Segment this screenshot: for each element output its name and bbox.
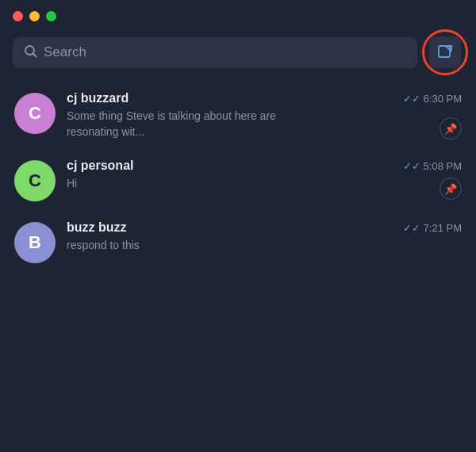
search-bar-row: Search — [0, 29, 476, 82]
pin-button[interactable]: 📌 — [440, 117, 462, 140]
search-input-wrapper[interactable]: Search — [13, 37, 417, 68]
compose-button-wrapper — [427, 34, 463, 71]
convo-content: cj buzzard ✓✓ 6:30 PM Some thing Steve i… — [67, 91, 462, 140]
convo-header: buzz buzz ✓✓ 7:21 PM — [67, 220, 462, 235]
convo-name: buzz buzz — [67, 220, 127, 235]
convo-time-wrapper: ✓✓ 6:30 PM — [403, 93, 462, 105]
convo-time-wrapper: ✓✓ 5:08 PM — [403, 160, 462, 172]
convo-content: cj personal ✓✓ 5:08 PM Hi 📌 — [67, 159, 462, 200]
search-icon — [24, 44, 37, 61]
convo-header: cj personal ✓✓ 5:08 PM — [67, 159, 462, 173]
pin-button[interactable]: 📌 — [440, 178, 462, 200]
convo-header: cj buzzard ✓✓ 6:30 PM — [67, 91, 462, 105]
convo-preview-row: Some thing Steve is talking about here a… — [67, 109, 462, 140]
conversation-item[interactable]: B buzz buzz ✓✓ 7:21 PM respond to this — [6, 211, 470, 273]
search-placeholder: Search — [44, 44, 86, 60]
read-receipt-icon: ✓✓ — [403, 160, 420, 172]
maximize-button[interactable] — [46, 11, 56, 21]
convo-time: 5:08 PM — [424, 160, 462, 172]
convo-preview: Some thing Steve is talking about here a… — [67, 109, 289, 140]
conversation-item[interactable]: C cj buzzard ✓✓ 6:30 PM Some thing Steve… — [6, 82, 470, 149]
convo-time: 7:21 PM — [424, 222, 462, 234]
convo-preview-row: Hi 📌 — [67, 176, 462, 200]
convo-content: buzz buzz ✓✓ 7:21 PM respond to this — [67, 220, 462, 254]
compose-button[interactable] — [429, 36, 461, 68]
pin-icon: 📌 — [444, 183, 457, 195]
svg-line-1 — [33, 53, 36, 56]
svg-line-3 — [446, 46, 451, 52]
convo-preview: Hi — [67, 176, 440, 192]
convo-time: 6:30 PM — [424, 93, 462, 105]
convo-time-wrapper: ✓✓ 7:21 PM — [403, 222, 462, 234]
convo-name: cj personal — [67, 159, 133, 173]
avatar: C — [14, 160, 56, 201]
pin-icon: 📌 — [444, 123, 457, 135]
title-bar — [0, 0, 476, 29]
read-receipt-icon: ✓✓ — [403, 93, 420, 105]
avatar: C — [14, 93, 56, 134]
convo-preview: respond to this — [67, 238, 462, 254]
convo-preview-row: respond to this — [67, 238, 462, 254]
convo-name: cj buzzard — [67, 91, 129, 105]
conversations-list: C cj buzzard ✓✓ 6:30 PM Some thing Steve… — [0, 82, 476, 273]
minimize-button[interactable] — [29, 11, 40, 21]
avatar: B — [14, 222, 56, 263]
close-button[interactable] — [13, 11, 23, 21]
read-receipt-icon: ✓✓ — [403, 222, 420, 234]
conversation-item[interactable]: C cj personal ✓✓ 5:08 PM Hi 📌 — [6, 149, 470, 211]
